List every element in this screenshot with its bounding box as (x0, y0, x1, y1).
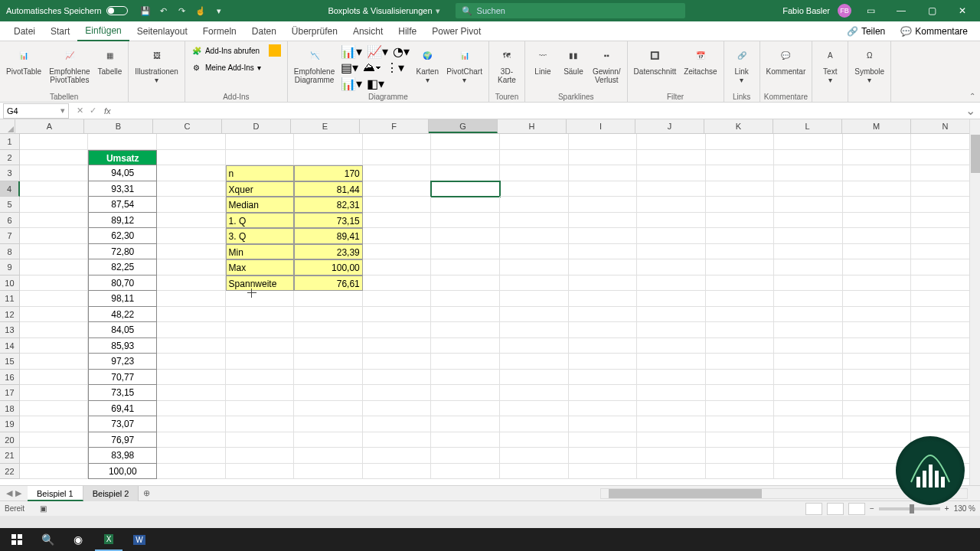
cell[interactable] (706, 307, 775, 323)
cell[interactable] (363, 259, 432, 276)
cell[interactable]: 93,31 (88, 181, 157, 197)
cell[interactable] (843, 370, 912, 386)
cell[interactable] (226, 416, 295, 432)
cell[interactable] (706, 385, 775, 401)
cell[interactable] (843, 291, 912, 307)
cell[interactable] (363, 291, 432, 307)
tab-prev-icon[interactable]: ◀ (6, 488, 12, 498)
record-macro-icon[interactable]: ▣ (40, 504, 47, 513)
cell[interactable] (569, 385, 638, 401)
column-header[interactable]: E (291, 119, 360, 133)
cell[interactable] (637, 244, 706, 260)
cell[interactable] (294, 134, 363, 150)
cell[interactable] (774, 354, 843, 370)
cell[interactable] (363, 276, 432, 292)
cell[interactable] (431, 370, 500, 386)
cell[interactable] (363, 385, 432, 401)
cell[interactable]: 98,11 (88, 291, 157, 307)
cell[interactable] (500, 197, 569, 213)
cell[interactable] (500, 150, 569, 166)
cell[interactable] (20, 165, 89, 181)
line-chart-icon[interactable]: 📈▾ (367, 44, 388, 59)
cell[interactable] (500, 322, 569, 338)
cell[interactable]: 84,05 (88, 322, 157, 338)
row-header[interactable]: 14 (0, 338, 20, 354)
cell[interactable]: 72,80 (88, 244, 157, 260)
cell[interactable] (294, 338, 363, 354)
cell[interactable] (569, 134, 638, 150)
cell[interactable] (843, 134, 912, 150)
cell[interactable] (363, 228, 432, 244)
cell[interactable] (363, 432, 432, 448)
cell[interactable] (20, 244, 89, 260)
cell[interactable] (637, 354, 706, 370)
cell[interactable] (774, 464, 843, 480)
cell[interactable]: n (226, 165, 295, 181)
cell[interactable] (363, 165, 432, 181)
cell[interactable] (431, 432, 500, 448)
column-header[interactable]: J (635, 119, 704, 133)
cell[interactable]: 69,41 (88, 401, 157, 417)
cell[interactable] (706, 432, 775, 448)
cell[interactable] (706, 464, 775, 480)
illustrations-button[interactable]: 🖼Illustrationen▾ (132, 43, 181, 86)
cell[interactable] (294, 416, 363, 432)
column-header[interactable]: I (567, 119, 635, 133)
cell[interactable] (20, 464, 89, 480)
cell[interactable] (500, 370, 569, 386)
cell[interactable]: 100,00 (88, 464, 157, 480)
column-header[interactable]: M (842, 119, 911, 133)
cell[interactable]: Max (226, 259, 295, 276)
cell[interactable] (637, 228, 706, 244)
cell[interactable] (637, 291, 706, 307)
start-button[interactable] (3, 528, 31, 551)
row-header[interactable]: 6 (0, 213, 20, 229)
bar-chart-icon[interactable]: ▤▾ (341, 60, 358, 75)
cell[interactable] (500, 134, 569, 150)
cell[interactable] (569, 213, 638, 229)
cell[interactable] (431, 134, 500, 150)
cell[interactable] (637, 432, 706, 448)
cell[interactable] (431, 259, 500, 276)
cell[interactable] (774, 181, 843, 197)
cell[interactable] (431, 213, 500, 229)
select-all-button[interactable] (0, 119, 15, 133)
cell[interactable] (363, 354, 432, 370)
cell[interactable] (20, 401, 89, 417)
cell[interactable] (431, 181, 500, 197)
cell[interactable]: 83,98 (88, 448, 157, 464)
column-header[interactable]: A (15, 119, 84, 133)
sparkline-winloss-button[interactable]: ▪▪Gewinn/ Verlust (590, 43, 624, 86)
cell[interactable] (843, 276, 912, 292)
cell[interactable] (500, 338, 569, 354)
cell[interactable]: 76,97 (88, 432, 157, 448)
row-header[interactable]: 18 (0, 401, 20, 417)
cell[interactable] (431, 228, 500, 244)
cell[interactable]: 76,61 (294, 276, 363, 292)
cell[interactable] (431, 338, 500, 354)
cell[interactable] (774, 416, 843, 432)
vertical-scrollbar[interactable] (969, 119, 980, 485)
cell[interactable] (20, 385, 89, 401)
row-header[interactable]: 2 (0, 150, 20, 166)
cell[interactable]: 100,00 (294, 259, 363, 276)
sheet-tab[interactable]: Beispiel 1 (28, 486, 83, 501)
cell[interactable] (20, 354, 89, 370)
cell[interactable] (157, 322, 226, 338)
cell[interactable] (157, 370, 226, 386)
search-taskbar-icon[interactable]: 🔍 (34, 528, 61, 551)
3d-map-button[interactable]: 🗺3D- Karte (492, 43, 521, 86)
cancel-formula-icon[interactable]: ✕ (77, 106, 83, 116)
cell[interactable] (706, 181, 775, 197)
cell[interactable] (774, 448, 843, 464)
cell[interactable] (431, 197, 500, 213)
cell[interactable]: 48,22 (88, 307, 157, 323)
cell[interactable] (431, 244, 500, 260)
cell[interactable] (226, 432, 295, 448)
cell[interactable] (569, 416, 638, 432)
cell[interactable] (774, 307, 843, 323)
area-chart-icon[interactable]: ⛰▾ (363, 60, 381, 75)
cell[interactable] (20, 134, 89, 150)
cell[interactable] (157, 181, 226, 197)
cell[interactable] (157, 259, 226, 276)
